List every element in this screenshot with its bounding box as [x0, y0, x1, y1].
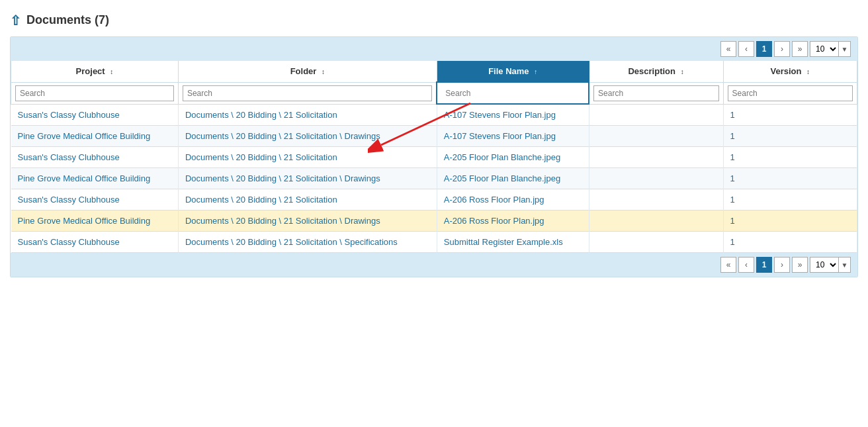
cell-folder: Documents \ 20 Bidding \ 21 Solicitation [178, 189, 437, 211]
cell-version: 1 [723, 147, 857, 168]
page-size-dropdown-arrow[interactable]: ▼ [839, 41, 851, 57]
search-input-folder[interactable] [183, 85, 432, 101]
column-header-folder[interactable]: Folder ↕ [178, 61, 437, 82]
folder-link[interactable]: Documents \ 20 Bidding \ 21 Solicitation… [185, 173, 380, 183]
last-page-button[interactable]: » [792, 41, 808, 57]
column-label-project: Project [76, 66, 105, 76]
bottom-first-page-button[interactable]: « [720, 257, 736, 273]
bottom-last-page-button[interactable]: » [792, 257, 808, 273]
documents-table-wrapper: « ‹ 1 › » 10 25 50 ▼ Project ↕ [10, 36, 858, 277]
documents-table: Project ↕ Folder ↕ File Name ↑ Descripti… [11, 61, 857, 253]
version-link[interactable]: 1 [730, 237, 735, 247]
cell-description [589, 147, 723, 168]
version-link[interactable]: 1 [730, 131, 735, 141]
cell-version: 1 [723, 189, 857, 211]
folder-link[interactable]: Documents \ 20 Bidding \ 21 Solicitation [185, 195, 337, 205]
column-header-project[interactable]: Project ↕ [11, 61, 179, 82]
search-input-version[interactable] [728, 85, 853, 101]
cell-description [589, 189, 723, 211]
page-title-bar: ⇧ Documents (7) [10, 7, 858, 36]
table-row: Pine Grove Medical Office BuildingDocume… [11, 168, 857, 189]
search-input-project[interactable] [15, 85, 174, 101]
cell-project: Pine Grove Medical Office Building [11, 126, 179, 147]
version-link[interactable]: 1 [730, 110, 735, 120]
search-input-description[interactable] [593, 85, 718, 101]
cell-version: 1 [723, 232, 857, 253]
project-link[interactable]: Susan's Classy Clubhouse [18, 195, 120, 205]
current-page-button[interactable]: 1 [756, 41, 772, 57]
folder-link[interactable]: Documents \ 20 Bidding \ 21 Solicitation [185, 152, 337, 162]
cell-filename: A-206 Ross Floor Plan.jpg [437, 189, 589, 211]
table-row: Pine Grove Medical Office BuildingDocume… [11, 126, 857, 147]
folder-link[interactable]: Documents \ 20 Bidding \ 21 Solicitation… [185, 131, 380, 141]
folder-link[interactable]: Documents \ 20 Bidding \ 21 Solicitation… [185, 237, 398, 247]
cell-description [589, 104, 723, 126]
cell-version: 1 [723, 168, 857, 189]
cell-project: Pine Grove Medical Office Building [11, 168, 179, 189]
version-link[interactable]: 1 [730, 216, 735, 226]
prev-page-button[interactable]: ‹ [738, 41, 754, 57]
cell-project: Pine Grove Medical Office Building [11, 211, 179, 232]
sort-icon-folder: ↕ [322, 68, 325, 75]
filename-link[interactable]: A-205 Floor Plan Blanche.jpeg [444, 173, 560, 183]
sort-icon-description: ↕ [681, 68, 684, 75]
cell-description [589, 126, 723, 147]
column-header-filename[interactable]: File Name ↑ [437, 61, 589, 82]
cell-description [589, 211, 723, 232]
project-link[interactable]: Susan's Classy Clubhouse [18, 237, 120, 247]
column-header-description[interactable]: Description ↕ [589, 61, 723, 82]
version-link[interactable]: 1 [730, 173, 735, 183]
cell-folder: Documents \ 20 Bidding \ 21 Solicitation… [178, 232, 437, 253]
folder-link[interactable]: Documents \ 20 Bidding \ 21 Solicitation… [185, 216, 380, 226]
first-page-button[interactable]: « [720, 41, 736, 57]
filename-link[interactable]: A-107 Stevens Floor Plan.jpg [444, 110, 556, 120]
bottom-page-size-dropdown-arrow[interactable]: ▼ [839, 257, 851, 273]
cell-folder: Documents \ 20 Bidding \ 21 Solicitation… [178, 211, 437, 232]
project-link[interactable]: Susan's Classy Clubhouse [18, 152, 120, 162]
cell-filename: A-205 Floor Plan Blanche.jpeg [437, 168, 589, 189]
version-link[interactable]: 1 [730, 195, 735, 205]
cell-filename: A-107 Stevens Floor Plan.jpg [437, 104, 589, 126]
filename-link[interactable]: Submittal Register Example.xls [444, 237, 563, 247]
cell-project: Susan's Classy Clubhouse [11, 232, 179, 253]
cell-filename: Submittal Register Example.xls [437, 232, 589, 253]
cell-description [589, 168, 723, 189]
bottom-next-page-button[interactable]: › [774, 257, 790, 273]
bottom-current-page-button[interactable]: 1 [756, 257, 772, 273]
cell-project: Susan's Classy Clubhouse [11, 147, 179, 168]
project-link[interactable]: Pine Grove Medical Office Building [18, 131, 151, 141]
version-link[interactable]: 1 [730, 152, 735, 162]
project-link[interactable]: Pine Grove Medical Office Building [18, 216, 151, 226]
sort-icon-version: ↕ [806, 68, 810, 75]
filename-link[interactable]: A-206 Ross Floor Plan.jpg [444, 216, 544, 226]
cell-folder: Documents \ 20 Bidding \ 21 Solicitation… [178, 168, 437, 189]
page-title: Documents (7) [26, 13, 109, 27]
project-link[interactable]: Pine Grove Medical Office Building [18, 173, 151, 183]
filename-link[interactable]: A-205 Floor Plan Blanche.jpeg [444, 152, 560, 162]
table-row: Susan's Classy ClubhouseDocuments \ 20 B… [11, 147, 857, 168]
bottom-page-size-select[interactable]: 10 25 50 [810, 257, 839, 273]
cell-folder: Documents \ 20 Bidding \ 21 Solicitation [178, 104, 437, 126]
sort-icon-filename: ↑ [534, 68, 537, 75]
cell-filename: A-206 Ross Floor Plan.jpg [437, 211, 589, 232]
column-label-folder: Folder [290, 66, 317, 76]
table-search-row [11, 82, 857, 104]
cell-project: Susan's Classy Clubhouse [11, 104, 179, 126]
column-label-version: Version [770, 66, 801, 76]
top-pagination-bar: « ‹ 1 › » 10 25 50 ▼ [11, 37, 857, 61]
table-header-row: Project ↕ Folder ↕ File Name ↑ Descripti… [11, 61, 857, 82]
table-row: Susan's Classy ClubhouseDocuments \ 20 B… [11, 189, 857, 211]
column-label-description: Description [628, 66, 675, 76]
project-link[interactable]: Susan's Classy Clubhouse [18, 110, 120, 120]
next-page-button[interactable]: › [774, 41, 790, 57]
page-size-select[interactable]: 10 25 50 [810, 41, 839, 57]
folder-link[interactable]: Documents \ 20 Bidding \ 21 Solicitation [185, 110, 337, 120]
chevron-up-icon: ⇧ [10, 14, 21, 27]
search-input-filename[interactable] [441, 86, 584, 101]
filename-link[interactable]: A-107 Stevens Floor Plan.jpg [444, 131, 556, 141]
search-cell-filename [437, 82, 589, 104]
filename-link[interactable]: A-206 Ross Floor Plan.jpg [444, 195, 544, 205]
bottom-prev-page-button[interactable]: ‹ [738, 257, 754, 273]
column-label-filename: File Name [488, 66, 529, 76]
column-header-version[interactable]: Version ↕ [723, 61, 857, 82]
